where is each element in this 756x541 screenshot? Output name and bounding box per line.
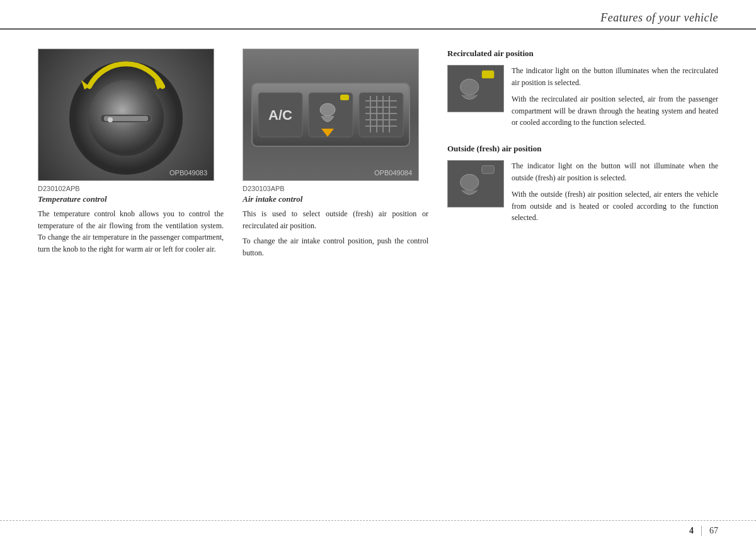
page-title: Features of your vehicle [600, 11, 718, 25]
knob-svg [63, 52, 189, 178]
svg-rect-12 [340, 95, 349, 100]
recirculated-text-container: The indicator light on the button illumi… [512, 65, 718, 129]
svg-rect-29 [482, 166, 495, 174]
page: Features of your vehicle [0, 0, 756, 541]
fresh-air-text2: With the outside (fresh) air position se… [512, 189, 718, 224]
ac-image: A/C [243, 49, 419, 181]
recirculated-title: Recirculated air position [447, 49, 718, 59]
recirculated-text1: The indicator light on the button illumi… [512, 65, 718, 88]
knob-image: OPB049083 [38, 49, 214, 181]
section-text-2b: To change the air intake control positio… [243, 235, 428, 259]
recirculated-body: The indicator light on the button illumi… [447, 65, 718, 129]
section-code-2: D230103APB [243, 185, 428, 192]
section-text-2: This is used to select outside (fresh) a… [243, 208, 428, 231]
page-numbers: 4 67 [689, 526, 718, 536]
fresh-air-text-container: The indicator light on the button will n… [512, 160, 718, 224]
svg-point-30 [461, 174, 479, 190]
svg-text:A/C: A/C [268, 107, 292, 123]
section-code-1: D230102APB [38, 185, 224, 192]
recirculated-air-section: Recirculated air position The [447, 49, 718, 129]
main-content: OPB049083 D230102APB Temperature control… [0, 30, 756, 271]
svg-point-5 [108, 117, 113, 122]
opb-label-1: OPB049083 [169, 169, 207, 177]
recirculated-icon-svg [448, 65, 503, 112]
fresh-air-icon-svg [448, 160, 503, 207]
fresh-air-image [447, 160, 504, 207]
air-intake-section: A/C [243, 49, 428, 259]
opb-label-2: OPB049084 [374, 169, 412, 177]
fresh-air-body: The indicator light on the button will n… [447, 160, 718, 224]
right-column: Recirculated air position The [447, 49, 718, 259]
fresh-air-section: Outside (fresh) air position T [447, 144, 718, 224]
ac-panel-svg: A/C [249, 77, 413, 153]
svg-point-27 [461, 79, 479, 95]
page-number-right: 67 [702, 526, 718, 536]
svg-rect-26 [482, 71, 495, 79]
recirculated-image [447, 65, 504, 112]
section-title-2: Air intake control [243, 194, 428, 204]
recirculated-text2: With the recirculated air position selec… [512, 93, 718, 129]
section-title-1: Temperature control [38, 194, 224, 204]
temperature-control-section: OPB049083 D230102APB Temperature control… [38, 49, 224, 259]
page-footer: 4 67 [0, 520, 756, 541]
fresh-air-text1: The indicator light on the button will n… [512, 160, 718, 183]
svg-point-13 [320, 103, 335, 116]
page-header: Features of your vehicle [0, 0, 756, 30]
fresh-air-title: Outside (fresh) air position [447, 144, 718, 154]
page-number-left: 4 [689, 526, 702, 536]
left-columns: OPB049083 D230102APB Temperature control… [38, 49, 428, 259]
section-text-1: The temperature control knob allows you … [38, 208, 224, 255]
svg-rect-15 [359, 93, 403, 137]
